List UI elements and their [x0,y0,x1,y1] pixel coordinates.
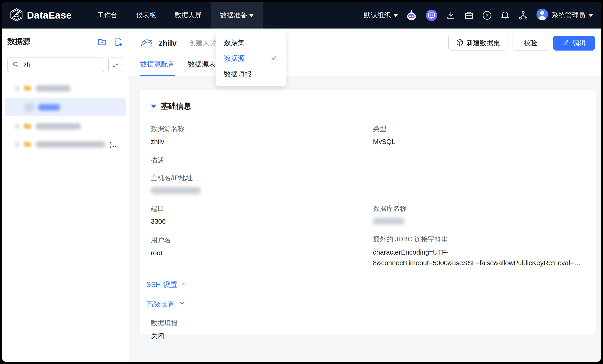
navbar-right: 默认组织 [364,2,593,29]
expand-caret-icon [15,142,20,147]
datasource-sidebar: 数据源 [2,29,129,362]
search-icon [12,61,20,69]
expand-caret-icon [15,124,20,129]
edit-button[interactable]: 编辑 [553,36,595,51]
collapse-triangle-icon [151,104,156,108]
user-name: 系统管理员 [552,11,585,20]
nav-item-screen[interactable]: 数据大屏 [165,2,211,29]
sidebar-title: 数据源 [7,36,30,47]
dropdown-item-dataset[interactable]: 数据集 [216,35,286,51]
org-switcher[interactable]: 默认组织 [364,11,398,20]
org-structure-icon[interactable] [518,10,529,21]
validate-button[interactable]: 校验 [512,36,548,51]
redacted-tree-label [36,85,70,91]
mysql-icon [140,37,154,49]
search-box [7,57,104,72]
notification-bell-icon[interactable] [500,10,510,21]
chevron-down-icon [589,14,593,17]
user-menu[interactable]: 系统管理员 [536,8,593,22]
copilot-robot-icon[interactable] [405,9,418,22]
redacted-database-value [373,218,404,225]
sort-button[interactable] [108,57,123,72]
datasource-type-icon [24,103,34,112]
tree-folder-row[interactable] [7,117,123,135]
page-title: zhilv [159,38,177,48]
advanced-settings-toggle[interactable]: 高级设置 [146,299,585,309]
tab-datasource-tables[interactable]: 数据源表 [188,60,216,76]
tree-item-selected[interactable] [5,98,126,116]
avatar [536,8,548,22]
tree-folder-row[interactable]: )… [7,135,123,153]
nav-item-data-prep[interactable]: 数据准备 [211,2,263,29]
add-datasource-icon[interactable] [113,37,123,47]
chevron-up-icon [181,280,188,289]
edit-pencil-icon [562,39,570,48]
nav-item-workbench[interactable]: 工作台 [88,2,127,29]
brand-logo[interactable]: DataEase [10,2,72,29]
tabs: 数据源配置 数据源表 [140,60,595,76]
dropdown-item-data-filling[interactable]: 数据填报 [216,66,286,82]
field-username: 用户名 root [151,236,362,257]
ai-assistant-icon[interactable] [425,9,438,22]
field-data-filling: 数据填报 关闭 [151,319,585,340]
data-prep-dropdown: 数据集 数据源 数据填报 [216,31,286,86]
chevron-down-icon [179,300,186,308]
chevron-down-icon [394,14,398,17]
redacted-tree-label [36,141,105,148]
search-input[interactable] [23,61,100,69]
field-description: 描述 [151,156,362,164]
content-area: 基础信息 数据源名称 zhilv 描述 主机名/I [129,76,601,362]
field-datasource-name: 数据源名称 zhilv [151,125,362,146]
toolbox-icon[interactable] [464,10,474,21]
download-icon[interactable] [446,10,456,21]
field-jdbc: 额外的 JDBC 连接字符串 characterEncoding=UTF- 8&… [373,235,585,268]
dataease-logo-icon [10,8,23,23]
field-host: 主机名/IP地址 [151,174,362,194]
nav-menu: 工作台 仪表板 数据大屏 数据准备 [88,2,263,29]
check-icon [270,54,278,63]
cube-icon [456,38,464,48]
field-database: 数据库名称 [373,204,585,225]
nav-item-dashboard[interactable]: 仪表板 [127,2,165,29]
field-type: 类型 MySQL [373,125,585,146]
redacted-host-value [151,187,201,194]
tab-datasource-config[interactable]: 数据源配置 [140,60,175,76]
section-title: 基础信息 [161,101,191,112]
new-dataset-button[interactable]: 新建数据集 [448,36,508,51]
folder-icon [23,122,32,131]
dropdown-item-datasource[interactable]: 数据源 [216,51,286,66]
top-navbar: DataEase 工作台 仪表板 数据大屏 数据准备 默认组织 [2,2,601,29]
expand-caret-icon [15,86,20,91]
svg-text:?: ? [486,12,489,18]
folder-icon [23,83,32,93]
app-window: DataEase 工作台 仪表板 数据大屏 数据准备 默认组织 [2,2,601,362]
folder-icon [23,140,32,149]
redacted-tree-label [38,104,60,111]
field-port: 端口 3306 [151,204,362,226]
ssh-settings-toggle[interactable]: SSH 设置 [146,280,585,290]
brand-name: DataEase [27,10,72,21]
tree-folder-row[interactable] [7,79,123,97]
main-panel: zhilv 创建人:系统 新建数据集 [129,29,601,362]
basic-info-section-toggle[interactable]: 基础信息 [151,101,585,112]
help-icon[interactable]: ? [482,10,492,21]
datasource-tree: )… [7,79,123,153]
chevron-down-icon [249,14,254,17]
divider [183,39,183,47]
add-folder-icon[interactable] [97,37,107,47]
page-header: zhilv 创建人:系统 新建数据集 [129,29,601,76]
redacted-tree-label [36,123,81,130]
tree-label-suffix: )… [109,140,120,148]
basic-info-card: 基础信息 数据源名称 zhilv 描述 主机名/I [140,90,596,335]
